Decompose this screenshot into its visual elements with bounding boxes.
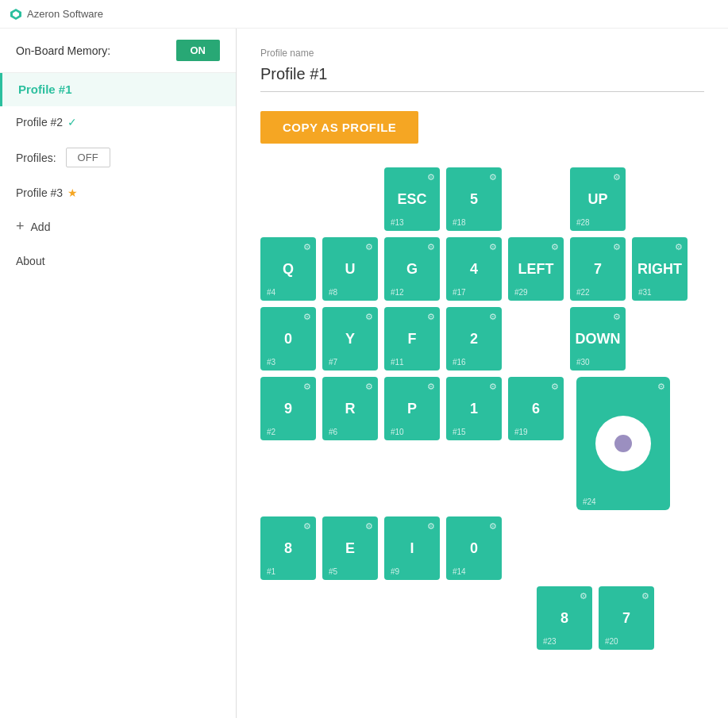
key-y[interactable]: ⚙ Y #7: [322, 307, 378, 371]
app-title: Azeron Software: [27, 8, 103, 20]
gear-icon[interactable]: ⚙: [551, 382, 559, 392]
gear-icon[interactable]: ⚙: [613, 312, 621, 322]
gear-icon[interactable]: ⚙: [365, 312, 373, 322]
key-1[interactable]: ⚙ 1 #15: [446, 377, 502, 440]
spacer: [508, 307, 564, 371]
gear-icon[interactable]: ⚙: [303, 242, 311, 252]
spacer: [260, 167, 316, 231]
gear-icon[interactable]: ⚙: [303, 382, 311, 392]
add-label: Add: [31, 221, 51, 233]
about-label: About: [16, 255, 45, 267]
gear-icon[interactable]: ⚙: [657, 382, 665, 392]
key-8[interactable]: ⚙ 8 #1: [260, 516, 316, 580]
key-r[interactable]: ⚙ R #6: [322, 377, 378, 440]
key-row-bottom: ⚙ 8 #23 ⚙ 7 #20: [537, 586, 673, 650]
key-0-r4[interactable]: ⚙ 0 #14: [446, 516, 502, 580]
profiles-off-button[interactable]: OFF: [66, 148, 110, 167]
copy-as-profile-button[interactable]: COPY AS PROFILE: [260, 111, 418, 144]
gear-icon[interactable]: ⚙: [489, 312, 497, 322]
gear-icon[interactable]: ⚙: [427, 172, 435, 182]
key-4[interactable]: ⚙ 4 #17: [446, 237, 502, 301]
sidebar: On-Board Memory: ON Profile #1 Profile #…: [0, 29, 237, 718]
key-5[interactable]: ⚙ 5 #18: [446, 167, 502, 231]
key-right[interactable]: ⚙ RIGHT #31: [632, 237, 688, 301]
app-logo-icon: [10, 8, 22, 21]
gear-icon[interactable]: ⚙: [365, 521, 373, 532]
onboard-label: On-Board Memory:: [16, 44, 176, 57]
star-icon: ★: [67, 186, 78, 199]
key-e[interactable]: ⚙ E #5: [322, 516, 378, 580]
key-2[interactable]: ⚙ 2 #16: [446, 307, 502, 371]
gear-icon[interactable]: ⚙: [303, 312, 311, 322]
key-row-2: ⚙ 0 #3 ⚙ Y #7 ⚙ F #11 ⚙ 2 #16: [260, 307, 673, 371]
key-down[interactable]: ⚙ DOWN #30: [570, 307, 626, 371]
key-u[interactable]: ⚙ U #8: [322, 237, 378, 301]
trackball-circle: [595, 416, 651, 471]
key-7-b20[interactable]: ⚙ 7 #20: [599, 586, 654, 650]
gear-icon[interactable]: ⚙: [489, 521, 497, 532]
sidebar-item-profile2[interactable]: Profile #2 ✓: [0, 106, 236, 138]
profile3-label: Profile #3: [16, 186, 63, 199]
profile2-label: Profile #2: [16, 116, 63, 129]
key-row-1: ⚙ Q #4 ⚙ U #8 ⚙ G #12 ⚙ 4 #17: [260, 237, 673, 301]
gear-icon[interactable]: ⚙: [427, 382, 435, 392]
profiles-toggle-row: Profiles: OFF: [0, 138, 236, 177]
key-6[interactable]: ⚙ 6 #19: [508, 377, 564, 440]
checkmark-icon: ✓: [67, 116, 77, 129]
gear-icon[interactable]: ⚙: [365, 382, 373, 392]
trackball-inner-ball: [614, 435, 632, 452]
key-7[interactable]: ⚙ 7 #22: [570, 237, 626, 301]
gear-icon[interactable]: ⚙: [427, 521, 435, 532]
sidebar-item-profile3[interactable]: Profile #3 ★: [0, 177, 236, 209]
profile-name-label: Profile name: [260, 48, 704, 59]
key-layout: ⚙ ESC #13 ⚙ 5 #18 ⚙ UP #28: [260, 167, 673, 650]
gear-icon[interactable]: ⚙: [365, 242, 373, 252]
spacer: [322, 167, 378, 231]
plus-icon: +: [16, 218, 25, 235]
gear-icon[interactable]: ⚙: [613, 172, 621, 182]
key-0-r2[interactable]: ⚙ 0 #3: [260, 307, 316, 371]
content-area: Profile name Profile #1 COPY AS PROFILE …: [237, 29, 728, 718]
key-p[interactable]: ⚙ P #10: [384, 377, 440, 440]
key-row-4: ⚙ 8 #1 ⚙ E #5 ⚙ I #9 ⚙ 0 #14: [260, 516, 673, 580]
key-row-0: ⚙ ESC #13 ⚙ 5 #18 ⚙ UP #28: [260, 167, 673, 231]
sidebar-item-about[interactable]: About: [0, 244, 236, 278]
key-left[interactable]: ⚙ LEFT #29: [508, 237, 564, 301]
onboard-memory-row: On-Board Memory: ON: [0, 29, 236, 73]
gear-icon[interactable]: ⚙: [641, 591, 649, 601]
key-esc[interactable]: ⚙ ESC #13: [384, 167, 440, 231]
on-button[interactable]: ON: [176, 40, 221, 61]
add-profile-row[interactable]: + Add: [0, 209, 236, 244]
gear-icon[interactable]: ⚙: [675, 242, 683, 252]
gear-icon[interactable]: ⚙: [427, 312, 435, 322]
key-i[interactable]: ⚙ I #9: [384, 516, 440, 580]
key-f[interactable]: ⚙ F #11: [384, 307, 440, 371]
gear-icon[interactable]: ⚙: [613, 242, 621, 252]
header: Azeron Software: [0, 0, 728, 29]
key-g[interactable]: ⚙ G #12: [384, 237, 440, 301]
sidebar-item-profile1[interactable]: Profile #1: [0, 73, 236, 106]
key-up[interactable]: ⚙ UP #28: [570, 167, 626, 231]
profile1-label: Profile #1: [18, 83, 72, 96]
main-layout: On-Board Memory: ON Profile #1 Profile #…: [0, 29, 728, 718]
gear-icon[interactable]: ⚙: [489, 172, 497, 182]
trackball-key[interactable]: ⚙ #24: [576, 377, 670, 510]
spacer: [508, 167, 564, 231]
key-q[interactable]: ⚙ Q #4: [260, 237, 316, 301]
gear-icon[interactable]: ⚙: [427, 242, 435, 252]
profile-name-value: Profile #1: [260, 65, 704, 92]
gear-icon[interactable]: ⚙: [580, 591, 587, 601]
gear-icon[interactable]: ⚙: [551, 242, 559, 252]
key-row-3: ⚙ 9 #2 ⚙ R #6 ⚙ P #10 ⚙ 1 #15: [260, 377, 673, 510]
gear-icon[interactable]: ⚙: [489, 382, 497, 392]
gear-icon[interactable]: ⚙: [303, 521, 311, 532]
profiles-label: Profiles:: [16, 152, 56, 164]
gear-icon[interactable]: ⚙: [489, 242, 497, 252]
key-9[interactable]: ⚙ 9 #2: [260, 377, 316, 440]
key-8-b23[interactable]: ⚙ 8 #23: [537, 586, 592, 650]
